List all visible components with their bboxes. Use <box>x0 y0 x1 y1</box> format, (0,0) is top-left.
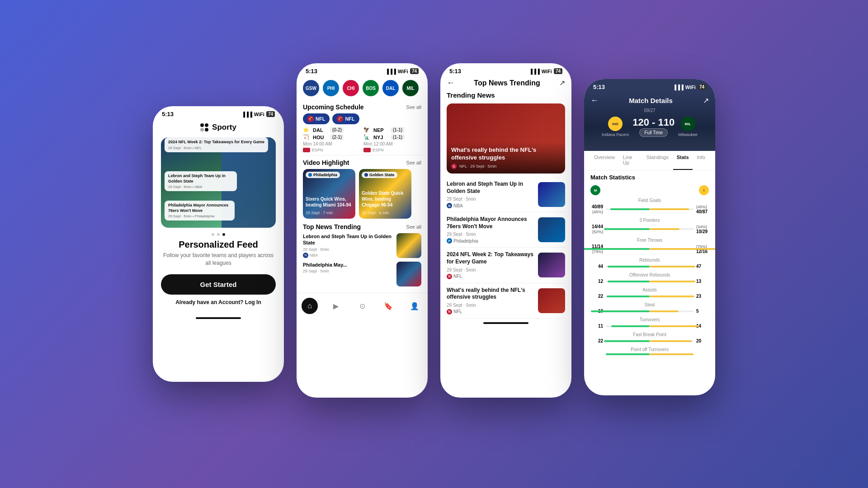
bar-right-fbp <box>650 340 692 342</box>
bar-right-ofr <box>650 281 695 282</box>
stats-content: Match Statistics M I Field Goals 40/89 (… <box>584 170 715 362</box>
article-1[interactable]: Lebron and Steph Team Up in Golden State… <box>447 177 565 212</box>
team-logo-chi[interactable]: CHI <box>343 80 359 96</box>
schedule-col-left: ⭐ DAL (0-2) 🏹 HOU (2-1) Mon 14:00 AM ESP… <box>303 127 361 152</box>
bar-track-ast <box>606 296 693 297</box>
status-bar-3: 5:13 ▐▐▐ WiFi 74 <box>440 63 571 76</box>
status-icons-4: ▐▐▐ WiFi 74 <box>673 84 706 90</box>
team-logo-bos[interactable]: BOS <box>363 80 379 96</box>
stat-left-tov: 11 <box>590 324 603 328</box>
trending-news-title: Trending News <box>447 91 565 99</box>
stat-right-ofr: 13 <box>696 279 709 284</box>
stat-bar-tov: 11 14 <box>590 324 709 328</box>
score-col: 120 - 110 Full Time <box>632 117 675 137</box>
match-details-title: Match Details <box>629 97 673 104</box>
login-text: Already have an Account? Log In <box>161 299 276 305</box>
schedule-tab-label-1: NFL <box>316 116 325 122</box>
bar-right-ast <box>650 296 694 297</box>
time-1: 5:13 <box>162 111 174 117</box>
news-list-1[interactable]: Lebron and Steph Team Up in Golden State… <box>303 233 421 258</box>
bar-track-pot <box>606 353 693 355</box>
bar-left-fg <box>610 208 650 210</box>
team-logo-dal[interactable]: DAL <box>382 80 399 96</box>
stat-right-3p: (34%) 10/29 <box>696 224 709 234</box>
tag-dot-1 <box>308 173 312 177</box>
share-icon[interactable]: ↗ <box>559 79 565 87</box>
bar-left-pot <box>606 353 650 355</box>
article-league-2: P Philadelphia <box>447 238 533 244</box>
schedule-row-2: 🏹 HOU (2-1) <box>303 134 361 140</box>
nav-video[interactable]: ▶ <box>328 298 344 314</box>
status-icons-1: ▐▐▐ WiFi 74 <box>241 111 275 117</box>
stat-right-reb: 47 <box>696 264 709 269</box>
news-see-all[interactable]: See all <box>406 224 421 230</box>
article-league-3: N NFL <box>447 274 533 279</box>
team-logo-mil[interactable]: MIL <box>402 80 419 96</box>
league-icon-1: N <box>303 253 308 258</box>
hero-news-3: 2024 NFL Week 2: Top Takeaways for Every… <box>165 137 268 152</box>
tab-overview[interactable]: Overview <box>590 151 618 170</box>
article-meta-1: 29 Sept · 5min <box>447 197 533 202</box>
nav-bookmark[interactable]: 🔖 <box>380 298 396 314</box>
bar-left-stl <box>591 310 650 312</box>
team-name-ind: Indiana Pacers <box>602 132 629 137</box>
nav-home[interactable]: ⌂ <box>302 298 318 314</box>
stat-left-fbp: 22 <box>590 338 603 343</box>
stat-bar-3p: 14/44 (52%) (34%) 10/29 <box>590 224 709 234</box>
league-label-1: NBA <box>310 253 318 258</box>
nav-search[interactable]: ⊙ <box>354 298 370 314</box>
schedule-row-3: 🦅 NEP (1-1) <box>363 127 421 133</box>
schedule-see-all[interactable]: See all <box>406 104 421 110</box>
article-4[interactable]: What's really behind the NFL's offensive… <box>447 283 565 319</box>
page-title-3: Top News Trending <box>474 79 540 87</box>
team-logos-row[interactable]: GSW PHI CHI BOS DAL MIL LAL ⊕ <box>303 76 421 100</box>
news-list-2[interactable]: Philadelphia May... 29 Sept · 5min <box>303 262 421 286</box>
schedule-row-4: 🗽 NYJ (1-1) <box>363 134 421 140</box>
video-section-header: Video Highlight See all <box>303 159 421 166</box>
dot-3 <box>222 233 225 236</box>
stat-team-logos: M I <box>590 185 709 195</box>
back-button-4[interactable]: ← <box>590 96 599 105</box>
bar-track-ft <box>606 248 693 250</box>
team-logo-phi[interactable]: PHI <box>323 80 339 96</box>
log-in-link[interactable]: Log In <box>245 299 261 305</box>
stat-left-reb: 44 <box>590 264 603 269</box>
video-card-1[interactable]: Philadelphia Sixers Quick Wins, beating … <box>303 169 355 219</box>
stat-point-off-tov: Point off Turnovers <box>590 347 709 355</box>
video-tag-1: Philadelphia <box>306 172 340 178</box>
news-meta-1: 29 Sept · 5min <box>303 247 393 252</box>
left-time: Mon 14:00 AM <box>303 141 361 146</box>
bar-left-tov <box>611 325 650 327</box>
schedule-tab-nfl-2[interactable]: 🏈 NFL <box>332 113 359 124</box>
status-icons-2: ▐▐▐ WiFi 74 <box>385 68 419 74</box>
get-started-button[interactable]: Get Started <box>161 274 276 295</box>
status-bar-1: 5:13 ▐▐▐ WiFi 74 <box>153 106 284 119</box>
schedule-row-1: ⭐ DAL (0-2) <box>303 127 361 133</box>
nfl-dot-2: N <box>447 274 452 279</box>
video-see-all[interactable]: See all <box>406 160 421 165</box>
phone3-nav: ← Top News Trending ↗ <box>440 76 571 91</box>
back-button-3[interactable]: ← <box>447 78 455 88</box>
bar-right-reb <box>650 266 695 267</box>
team-nyj: NYJ <box>373 135 387 140</box>
stat-label-ft: Free Throws <box>590 238 709 243</box>
share-icon-4[interactable]: ↗ <box>703 96 709 105</box>
match-tabs: Overview Line Up Standings Stats Info <box>584 151 715 170</box>
right-time: Mon 12:00 AM <box>363 141 421 146</box>
tab-stats[interactable]: Stats <box>673 151 693 170</box>
schedule-tab-nfl-1[interactable]: 🏈 NFL <box>303 113 330 124</box>
nav-profile[interactable]: 👤 <box>406 298 423 314</box>
main-news-image[interactable]: What's really behind the NFL's offensive… <box>447 103 565 174</box>
news-section-header: Top News Trending See all <box>303 223 421 230</box>
battery-4: 74 <box>698 84 706 90</box>
tab-standings[interactable]: Standings <box>643 151 672 170</box>
tab-lineup[interactable]: Line Up <box>619 151 642 170</box>
article-2[interactable]: Philadelphia Mayor Announces 76ers Won't… <box>447 212 565 248</box>
news-title-1: Lebron and Steph Team Up in Golden State <box>303 233 393 246</box>
team-logo-gsw[interactable]: GSW <box>303 80 319 96</box>
article-3[interactable]: 2024 NFL Week 2: Top Takeaways for Every… <box>447 248 565 283</box>
stats-title: Match Statistics <box>590 174 709 181</box>
tab-info[interactable]: Info <box>693 151 709 170</box>
wifi-icon-2: WiFi <box>398 69 408 74</box>
video-card-2[interactable]: Golden State Golden State Quick Wins, be… <box>359 169 411 219</box>
